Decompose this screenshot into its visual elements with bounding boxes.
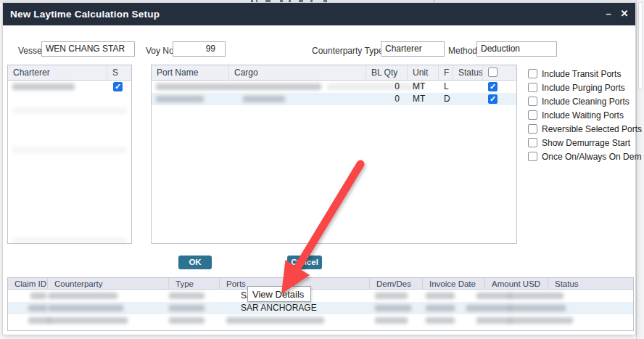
col-counterparty: Counterparty <box>48 278 169 290</box>
checkbox-icon[interactable] <box>528 110 537 120</box>
redacted-text <box>169 317 205 324</box>
redacted-text <box>226 317 324 324</box>
redacted-text <box>476 293 511 299</box>
ok-button[interactable]: OK <box>178 256 212 269</box>
port-row[interactable]: 0 MT L <box>152 81 516 93</box>
redacted-text <box>156 96 204 102</box>
cancel-button[interactable]: Cancel <box>287 256 322 269</box>
charterer-grid-header: Charterer S <box>8 65 131 81</box>
col-dem-des: Dem/Des <box>370 278 423 290</box>
col-claim-id: Claim ID <box>8 278 48 290</box>
option-label: Include Transit Ports <box>542 69 621 79</box>
col-selected: S <box>107 65 131 81</box>
checkbox-icon[interactable] <box>528 152 537 161</box>
redacted-text <box>466 305 511 311</box>
redacted-text <box>169 293 205 299</box>
checkbox-icon[interactable] <box>528 124 537 134</box>
redacted-text <box>243 96 285 102</box>
vessel-input[interactable]: WEN CHANG STAR <box>41 41 135 57</box>
redacted-text <box>375 317 408 324</box>
col-f: F <box>439 65 453 81</box>
redacted-text <box>169 305 205 311</box>
view-details-menu-item[interactable]: View Details <box>247 286 311 302</box>
ports-grid: Port Name Cargo BL Qty Unit F Status 0 M… <box>151 65 517 244</box>
unit-value: MT <box>413 93 425 105</box>
option-label: Show Demurrage Start <box>542 138 630 148</box>
unit-value: MT <box>413 81 425 93</box>
dialog-titlebar: New Laytime Calculation Setup – ✕ <box>3 3 635 25</box>
claim-row[interactable] <box>8 314 633 327</box>
ports-grid-header: Port Name Cargo BL Qty Unit F Status <box>152 65 516 81</box>
vessel-label: Vessel <box>18 46 44 56</box>
bl-qty-value: 0 <box>366 93 400 105</box>
f-value: D <box>444 93 450 105</box>
checkbox-icon[interactable] <box>528 69 537 78</box>
counterparty-type-label: Counterparty Type <box>312 46 384 56</box>
redacted-text <box>12 83 75 90</box>
minimize-icon[interactable]: – <box>603 7 614 20</box>
claims-table-header: Claim ID Counterparty Type Ports Dem/Des… <box>8 278 633 290</box>
counterparty-type-input[interactable]: Charterer <box>381 41 445 57</box>
charterer-row[interactable] <box>8 81 131 93</box>
redacted-text <box>12 237 127 244</box>
redacted-text <box>28 305 47 311</box>
col-status: Status <box>453 65 483 81</box>
redacted-text <box>30 293 46 299</box>
method-input[interactable]: Deduction <box>476 41 557 57</box>
redacted-text <box>509 293 564 299</box>
select-all-checkbox[interactable] <box>488 68 498 77</box>
port-select-checkbox[interactable] <box>488 82 498 91</box>
ports-value: SAR ANCHORAGE <box>241 302 317 314</box>
close-icon[interactable]: ✕ <box>619 7 630 20</box>
redacted-text <box>509 305 566 311</box>
claim-row[interactable]: SAR ANCHORAGE <box>8 302 633 314</box>
redacted-text <box>375 293 408 299</box>
option-label: Once On/Always On Dem <box>542 152 641 162</box>
laytime-setup-dialog: New Laytime Calculation Setup – ✕ Vessel… <box>2 2 636 335</box>
col-unit: Unit <box>408 65 439 81</box>
page-scrollbar-thumb[interactable] <box>638 2 643 89</box>
checkbox-icon[interactable] <box>528 138 537 147</box>
charterer-grid: Charterer S <box>7 65 132 244</box>
redacted-text <box>48 317 128 324</box>
col-invoice-date: Invoice Date <box>423 278 485 290</box>
redacted-text <box>12 107 127 114</box>
redacted-text <box>426 305 455 311</box>
option-label: Include Waiting Ports <box>542 110 624 121</box>
dialog-title: New Laytime Calculation Setup <box>10 9 160 20</box>
checkbox-icon[interactable] <box>528 97 537 106</box>
col-status: Status <box>548 278 634 290</box>
options-panel: Include Transit Ports Include Purging Po… <box>528 68 637 177</box>
f-value: L <box>444 81 449 93</box>
claims-table: Claim ID Counterparty Type Ports Dem/Des… <box>7 277 634 331</box>
redacted-text <box>426 293 455 299</box>
voy-no-label: Voy No. <box>146 46 176 56</box>
redacted-text <box>476 317 511 324</box>
col-charterer: Charterer <box>8 65 107 81</box>
redacted-text <box>426 317 455 324</box>
redacted-text <box>375 305 411 311</box>
col-bl-qty: BL Qty <box>366 65 408 81</box>
col-port-name: Port Name <box>152 65 229 81</box>
col-cargo: Cargo <box>229 65 366 81</box>
redacted-text <box>48 293 117 299</box>
port-select-checkbox[interactable] <box>488 94 498 104</box>
page-scrollbar[interactable] <box>636 0 644 339</box>
col-type: Type <box>169 278 220 290</box>
charterer-select-checkbox[interactable] <box>113 82 123 91</box>
port-row[interactable]: 0 MT D <box>152 93 516 105</box>
redacted-text <box>156 83 321 90</box>
redacted-text <box>509 317 573 324</box>
checkbox-icon[interactable] <box>528 83 537 92</box>
col-amount-usd: Amount USD <box>485 278 548 290</box>
screen: New Laytime Calculation Setup – ✕ Vessel… <box>0 0 644 339</box>
redacted-text <box>12 147 127 153</box>
claim-row[interactable]: SA <box>8 290 633 302</box>
redacted-text <box>28 317 50 324</box>
option-label: Include Cleaning Ports <box>542 97 629 107</box>
redacted-text <box>48 305 123 311</box>
option-label: Include Purging Ports <box>542 83 625 93</box>
bl-qty-value: 0 <box>366 81 400 93</box>
method-label: Method <box>448 46 477 56</box>
voy-no-input[interactable]: 99 <box>173 41 226 57</box>
